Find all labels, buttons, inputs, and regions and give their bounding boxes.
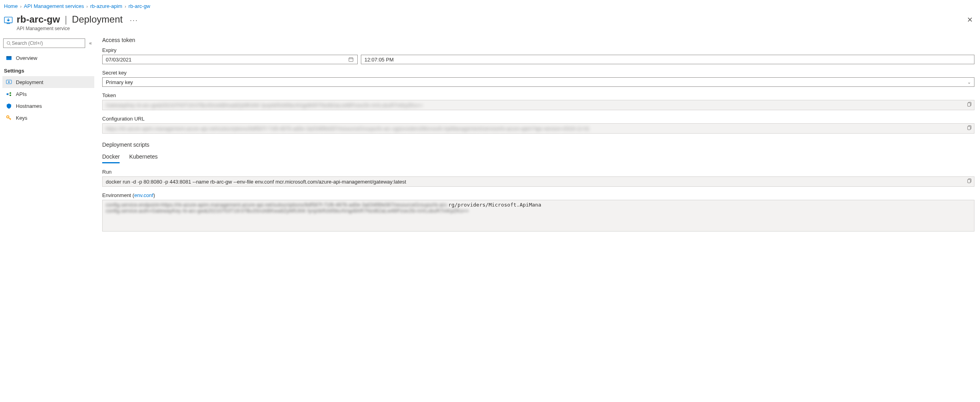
svg-point-7 bbox=[6, 93, 8, 95]
sidebar-item-hostnames[interactable]: Hostnames bbox=[2, 100, 94, 112]
copy-run-button[interactable] bbox=[967, 178, 972, 185]
token-field[interactable]: GatewayKey rb-arc-gw&20210703T19:07Bu3Sn… bbox=[102, 100, 974, 110]
svg-line-11 bbox=[8, 94, 10, 95]
main-content: Access token Expiry 07/03/2021 12:07:05 … bbox=[94, 35, 980, 245]
breadcrumb-rb-azure-apim[interactable]: rb-azure-apim bbox=[90, 3, 122, 9]
env-line1-visible: rg/providers/Microsoft.ApiMana bbox=[448, 202, 541, 208]
secret-key-value: Primary key bbox=[106, 79, 133, 85]
hostnames-icon bbox=[6, 103, 12, 109]
sidebar-section-settings: Settings bbox=[2, 64, 94, 76]
sidebar-search-input[interactable] bbox=[12, 40, 83, 46]
page-header: rb-arc-gw | Deployment ··· API Managemen… bbox=[0, 12, 980, 35]
breadcrumb: Home › API Management services › rb-azur… bbox=[0, 0, 980, 12]
expiry-date-input[interactable]: 07/03/2021 bbox=[102, 55, 358, 64]
config-url-value: https://rb-azure-apim.management.azure-a… bbox=[106, 126, 590, 132]
svg-rect-22 bbox=[968, 126, 970, 130]
breadcrumb-rb-arc-gw[interactable]: rb-arc-gw bbox=[128, 3, 150, 9]
deployment-icon bbox=[6, 79, 12, 85]
chevron-down-icon: ⌄ bbox=[967, 80, 971, 85]
search-icon bbox=[6, 40, 12, 46]
page-title: Deployment bbox=[72, 14, 123, 25]
svg-point-9 bbox=[10, 94, 11, 96]
run-label: Run bbox=[102, 169, 974, 175]
copy-config-url-button[interactable] bbox=[967, 125, 972, 132]
title-separator: | bbox=[65, 14, 67, 25]
overview-icon bbox=[6, 55, 12, 61]
expiry-time-input[interactable]: 12:07:05 PM bbox=[361, 55, 974, 64]
chevron-right-icon: › bbox=[20, 4, 22, 9]
environment-field[interactable]: config.service.endpoint=https://rb-azure… bbox=[102, 200, 974, 232]
chevron-right-icon: › bbox=[86, 4, 88, 9]
svg-point-2 bbox=[7, 41, 10, 44]
resource-type-label: API Management service bbox=[17, 26, 138, 31]
svg-rect-5 bbox=[6, 56, 11, 57]
environment-label: Environment (env.conf) bbox=[102, 192, 974, 198]
copy-token-button[interactable] bbox=[967, 101, 972, 108]
deployment-scripts-heading: Deployment scripts bbox=[102, 142, 974, 148]
svg-rect-20 bbox=[968, 103, 970, 107]
token-value: GatewayKey rb-arc-gw&20210703T19:07Bu3Sn… bbox=[106, 102, 423, 108]
svg-point-8 bbox=[10, 92, 11, 94]
close-button[interactable]: ✕ bbox=[965, 14, 974, 26]
apis-icon bbox=[6, 91, 12, 97]
expiry-date-value: 07/03/2021 bbox=[106, 57, 132, 63]
secret-key-label: Secret key bbox=[102, 70, 974, 76]
env-line2-blurred: config.service.auth=GatewayKey rb-arc-gw… bbox=[106, 208, 469, 214]
run-value: docker run -d -p 80:8080 -p 443:8081 --n… bbox=[106, 179, 406, 185]
resource-name: rb-arc-gw bbox=[17, 14, 60, 25]
svg-line-3 bbox=[10, 44, 11, 45]
sidebar-item-label: APIs bbox=[16, 91, 27, 97]
tab-docker[interactable]: Docker bbox=[102, 153, 120, 163]
sidebar-item-label: Overview bbox=[16, 55, 37, 61]
breadcrumb-home[interactable]: Home bbox=[4, 3, 18, 9]
run-field[interactable]: docker run -d -p 80:8080 -p 443:8081 --n… bbox=[102, 176, 974, 187]
sidebar-item-keys[interactable]: Keys bbox=[2, 112, 94, 124]
svg-rect-15 bbox=[349, 58, 353, 62]
svg-rect-24 bbox=[968, 180, 970, 183]
sidebar-item-apis[interactable]: APIs bbox=[2, 88, 94, 100]
config-url-field[interactable]: https://rb-azure-apim.management.azure-a… bbox=[102, 123, 974, 134]
keys-icon bbox=[6, 115, 12, 121]
svg-line-14 bbox=[10, 118, 11, 119]
sidebar-item-deployment[interactable]: Deployment bbox=[2, 76, 94, 88]
sidebar: » Overview Settings Deployment APIs bbox=[0, 35, 94, 245]
chevron-right-icon: › bbox=[125, 4, 126, 9]
env-line1-blurred: config.service.endpoint=https://rb-azure… bbox=[106, 202, 448, 208]
config-url-label: Configuration URL bbox=[102, 116, 974, 122]
sidebar-item-label: Deployment bbox=[16, 79, 43, 85]
expiry-label: Expiry bbox=[102, 47, 974, 53]
sidebar-item-label: Keys bbox=[16, 115, 27, 121]
sidebar-search[interactable] bbox=[3, 38, 85, 48]
token-label: Token bbox=[102, 92, 974, 98]
deployment-icon bbox=[4, 16, 13, 25]
sidebar-item-label: Hostnames bbox=[16, 103, 42, 109]
tab-kubernetes[interactable]: Kubernetes bbox=[129, 153, 158, 163]
svg-line-10 bbox=[8, 93, 10, 94]
deployment-tabs: Docker Kubernetes bbox=[102, 153, 974, 163]
svg-rect-1 bbox=[7, 23, 10, 24]
env-conf-link[interactable]: env.conf bbox=[134, 192, 153, 198]
breadcrumb-apim-services[interactable]: API Management services bbox=[24, 3, 84, 9]
expiry-time-value: 12:07:05 PM bbox=[364, 57, 394, 63]
sidebar-item-overview[interactable]: Overview bbox=[2, 52, 94, 64]
access-token-heading: Access token bbox=[102, 37, 974, 43]
more-actions-button[interactable]: ··· bbox=[130, 16, 138, 25]
secret-key-select[interactable]: Primary key ⌄ bbox=[102, 77, 974, 87]
collapse-sidebar-button[interactable]: » bbox=[89, 40, 92, 46]
calendar-icon[interactable] bbox=[348, 56, 354, 63]
